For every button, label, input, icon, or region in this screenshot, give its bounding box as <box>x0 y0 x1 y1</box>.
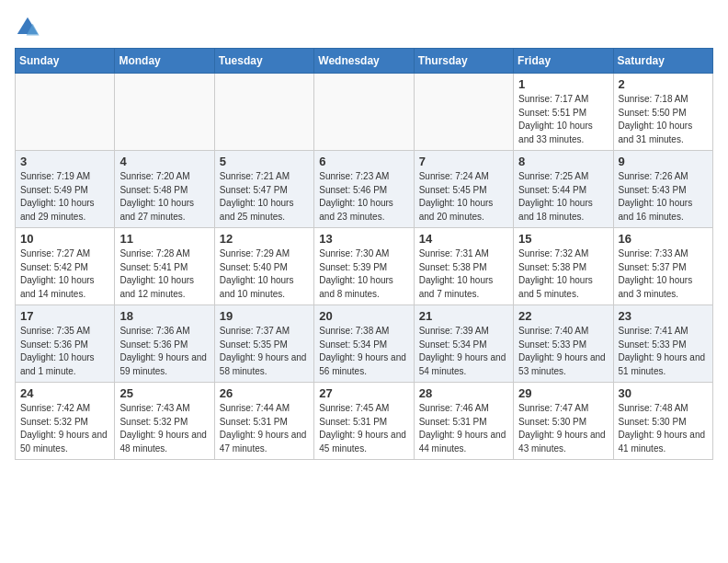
calendar-cell: 1Sunrise: 7:17 AMSunset: 5:51 PMDaylight… <box>514 74 613 151</box>
day-number: 2 <box>619 77 708 91</box>
day-number: 16 <box>619 232 708 246</box>
col-header-thursday: Thursday <box>414 49 513 74</box>
calendar-cell: 6Sunrise: 7:23 AMSunset: 5:46 PMDaylight… <box>314 151 414 228</box>
calendar-cell: 14Sunrise: 7:31 AMSunset: 5:38 PMDayligh… <box>414 228 513 305</box>
calendar-header-row: SundayMondayTuesdayWednesdayThursdayFrid… <box>16 49 713 74</box>
col-header-wednesday: Wednesday <box>314 49 414 74</box>
day-info: Sunrise: 7:24 AMSunset: 5:45 PMDaylight:… <box>419 170 508 224</box>
calendar-week-3: 10Sunrise: 7:27 AMSunset: 5:42 PMDayligh… <box>16 228 713 305</box>
day-info: Sunrise: 7:26 AMSunset: 5:43 PMDaylight:… <box>619 170 708 224</box>
calendar-week-1: 1Sunrise: 7:17 AMSunset: 5:51 PMDaylight… <box>16 74 713 151</box>
calendar-cell: 2Sunrise: 7:18 AMSunset: 5:50 PMDaylight… <box>613 74 712 151</box>
calendar-cell: 13Sunrise: 7:30 AMSunset: 5:39 PMDayligh… <box>314 228 414 305</box>
day-number: 8 <box>518 155 608 168</box>
day-info: Sunrise: 7:44 AMSunset: 5:31 PMDaylight:… <box>220 402 309 455</box>
day-info: Sunrise: 7:33 AMSunset: 5:37 PMDaylight:… <box>619 247 708 301</box>
calendar-cell: 7Sunrise: 7:24 AMSunset: 5:45 PMDaylight… <box>414 151 513 228</box>
calendar-cell: 26Sunrise: 7:44 AMSunset: 5:31 PMDayligh… <box>214 383 313 460</box>
day-info: Sunrise: 7:41 AMSunset: 5:33 PMDaylight:… <box>619 325 708 378</box>
day-info: Sunrise: 7:42 AMSunset: 5:32 PMDaylight:… <box>20 402 109 455</box>
day-number: 22 <box>518 309 608 323</box>
day-info: Sunrise: 7:23 AMSunset: 5:46 PMDaylight:… <box>319 170 408 224</box>
calendar-cell: 18Sunrise: 7:36 AMSunset: 5:36 PMDayligh… <box>115 305 214 383</box>
calendar-cell: 23Sunrise: 7:41 AMSunset: 5:33 PMDayligh… <box>613 305 712 383</box>
calendar-cell: 8Sunrise: 7:25 AMSunset: 5:44 PMDaylight… <box>514 151 613 228</box>
day-info: Sunrise: 7:35 AMSunset: 5:36 PMDaylight:… <box>20 325 109 378</box>
calendar-cell: 28Sunrise: 7:46 AMSunset: 5:31 PMDayligh… <box>414 383 513 460</box>
day-number: 29 <box>518 386 608 400</box>
calendar-cell: 29Sunrise: 7:47 AMSunset: 5:30 PMDayligh… <box>514 383 613 460</box>
day-number: 30 <box>619 386 708 400</box>
day-info: Sunrise: 7:29 AMSunset: 5:40 PMDaylight:… <box>220 247 309 301</box>
col-header-monday: Monday <box>115 49 214 74</box>
day-info: Sunrise: 7:32 AMSunset: 5:38 PMDaylight:… <box>518 247 608 301</box>
day-number: 13 <box>319 232 408 246</box>
calendar-cell: 4Sunrise: 7:20 AMSunset: 5:48 PMDaylight… <box>115 151 214 228</box>
day-info: Sunrise: 7:43 AMSunset: 5:32 PMDaylight:… <box>119 402 209 455</box>
day-info: Sunrise: 7:18 AMSunset: 5:50 PMDaylight:… <box>619 93 708 146</box>
calendar-table: SundayMondayTuesdayWednesdayThursdayFrid… <box>15 48 713 460</box>
day-number: 4 <box>119 155 209 168</box>
day-number: 20 <box>319 309 408 323</box>
calendar-cell: 10Sunrise: 7:27 AMSunset: 5:42 PMDayligh… <box>16 228 115 305</box>
day-number: 19 <box>220 309 309 323</box>
calendar-cell: 11Sunrise: 7:28 AMSunset: 5:41 PMDayligh… <box>115 228 214 305</box>
calendar-cell: 22Sunrise: 7:40 AMSunset: 5:33 PMDayligh… <box>514 305 613 383</box>
day-info: Sunrise: 7:27 AMSunset: 5:42 PMDaylight:… <box>20 247 109 301</box>
day-info: Sunrise: 7:31 AMSunset: 5:38 PMDaylight:… <box>419 247 508 301</box>
logo <box>15 15 44 40</box>
day-number: 1 <box>518 77 608 91</box>
day-info: Sunrise: 7:28 AMSunset: 5:41 PMDaylight:… <box>119 247 209 301</box>
day-number: 5 <box>220 155 309 168</box>
calendar-cell: 25Sunrise: 7:43 AMSunset: 5:32 PMDayligh… <box>115 383 214 460</box>
day-info: Sunrise: 7:19 AMSunset: 5:49 PMDaylight:… <box>20 170 109 224</box>
calendar-cell: 9Sunrise: 7:26 AMSunset: 5:43 PMDaylight… <box>613 151 712 228</box>
logo-icon <box>15 15 40 40</box>
day-number: 9 <box>619 155 708 168</box>
day-info: Sunrise: 7:45 AMSunset: 5:31 PMDaylight:… <box>319 402 408 455</box>
calendar-cell: 5Sunrise: 7:21 AMSunset: 5:47 PMDaylight… <box>214 151 313 228</box>
day-number: 10 <box>20 232 109 246</box>
day-number: 17 <box>20 309 109 323</box>
day-number: 3 <box>20 155 109 168</box>
calendar-cell: 15Sunrise: 7:32 AMSunset: 5:38 PMDayligh… <box>514 228 613 305</box>
day-info: Sunrise: 7:17 AMSunset: 5:51 PMDaylight:… <box>518 93 608 146</box>
calendar-cell <box>214 74 313 151</box>
calendar-week-2: 3Sunrise: 7:19 AMSunset: 5:49 PMDaylight… <box>16 151 713 228</box>
day-info: Sunrise: 7:20 AMSunset: 5:48 PMDaylight:… <box>119 170 209 224</box>
day-number: 15 <box>518 232 608 246</box>
col-header-friday: Friday <box>514 49 613 74</box>
day-number: 24 <box>20 386 109 400</box>
page-header <box>15 15 713 40</box>
calendar-cell: 16Sunrise: 7:33 AMSunset: 5:37 PMDayligh… <box>613 228 712 305</box>
day-info: Sunrise: 7:39 AMSunset: 5:34 PMDaylight:… <box>419 325 508 378</box>
day-number: 26 <box>220 386 309 400</box>
day-number: 28 <box>419 386 508 400</box>
calendar-week-5: 24Sunrise: 7:42 AMSunset: 5:32 PMDayligh… <box>16 383 713 460</box>
day-number: 12 <box>220 232 309 246</box>
calendar-cell <box>314 74 414 151</box>
calendar-cell: 19Sunrise: 7:37 AMSunset: 5:35 PMDayligh… <box>214 305 313 383</box>
col-header-tuesday: Tuesday <box>214 49 313 74</box>
calendar-cell <box>16 74 115 151</box>
day-number: 23 <box>619 309 708 323</box>
calendar-cell: 12Sunrise: 7:29 AMSunset: 5:40 PMDayligh… <box>214 228 313 305</box>
day-number: 25 <box>119 386 209 400</box>
calendar-cell <box>115 74 214 151</box>
day-info: Sunrise: 7:37 AMSunset: 5:35 PMDaylight:… <box>220 325 309 378</box>
calendar-cell: 21Sunrise: 7:39 AMSunset: 5:34 PMDayligh… <box>414 305 513 383</box>
day-number: 11 <box>119 232 209 246</box>
day-info: Sunrise: 7:36 AMSunset: 5:36 PMDaylight:… <box>119 325 209 378</box>
day-info: Sunrise: 7:25 AMSunset: 5:44 PMDaylight:… <box>518 170 608 224</box>
day-info: Sunrise: 7:40 AMSunset: 5:33 PMDaylight:… <box>518 325 608 378</box>
day-info: Sunrise: 7:48 AMSunset: 5:30 PMDaylight:… <box>619 402 708 455</box>
day-info: Sunrise: 7:21 AMSunset: 5:47 PMDaylight:… <box>220 170 309 224</box>
day-info: Sunrise: 7:47 AMSunset: 5:30 PMDaylight:… <box>518 402 608 455</box>
calendar-cell: 17Sunrise: 7:35 AMSunset: 5:36 PMDayligh… <box>16 305 115 383</box>
calendar-cell <box>414 74 513 151</box>
day-number: 6 <box>319 155 408 168</box>
col-header-sunday: Sunday <box>16 49 115 74</box>
calendar-cell: 24Sunrise: 7:42 AMSunset: 5:32 PMDayligh… <box>16 383 115 460</box>
day-number: 21 <box>419 309 508 323</box>
day-info: Sunrise: 7:38 AMSunset: 5:34 PMDaylight:… <box>319 325 408 378</box>
